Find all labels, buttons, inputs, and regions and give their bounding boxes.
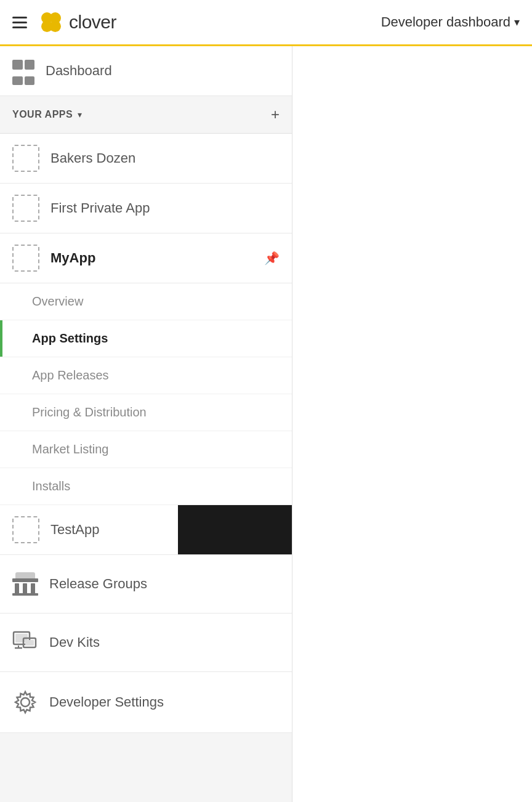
clover-logo: clover (38, 9, 116, 35)
svg-point-16 (21, 698, 30, 707)
header-left: clover (12, 9, 116, 35)
app-settings-label: App Settings (32, 331, 108, 345)
overview-label: Overview (32, 294, 83, 308)
dashboard-icon (12, 60, 34, 82)
submenu-pricing-distribution[interactable]: Pricing & Distribution (0, 394, 292, 431)
bakers-dozen-icon (12, 145, 39, 172)
content-area (292, 46, 532, 802)
header-right: Developer dashboard ▾ (381, 14, 520, 30)
submenu-overview[interactable]: Overview (0, 283, 292, 320)
first-private-app-icon (12, 195, 39, 222)
svg-rect-6 (23, 583, 27, 594)
svg-rect-5 (15, 583, 19, 594)
svg-point-3 (49, 20, 60, 31)
your-apps-header[interactable]: YOUR APPS ▾ + (0, 96, 292, 134)
sidebar-item-dev-kits[interactable]: Dev Kits (0, 614, 292, 672)
main-layout: Dashboard YOUR APPS ▾ + Bakers Dozen Fir… (0, 46, 532, 802)
release-groups-label: Release Groups (49, 576, 147, 592)
dev-kits-icon (12, 631, 38, 654)
sidebar-item-dashboard[interactable]: Dashboard (0, 46, 292, 96)
dashboard-chevron-icon[interactable]: ▾ (514, 15, 520, 29)
hamburger-icon[interactable] (12, 17, 27, 28)
sidebar-item-bakers-dozen[interactable]: Bakers Dozen (0, 134, 292, 184)
myapp-icon (12, 245, 39, 272)
market-listing-label: Market Listing (32, 442, 109, 456)
svg-rect-9 (15, 572, 35, 580)
release-groups-icon (12, 572, 38, 596)
developer-settings-icon (12, 689, 38, 715)
clover-brand-icon (38, 9, 64, 35)
your-apps-left: YOUR APPS ▾ (12, 109, 82, 120)
svg-rect-8 (12, 593, 38, 596)
svg-rect-13 (25, 640, 34, 646)
sidebar-item-myapp[interactable]: MyApp 📌 (0, 233, 292, 283)
pricing-distribution-label: Pricing & Distribution (32, 405, 147, 419)
add-app-button[interactable]: + (271, 106, 280, 123)
sidebar-item-developer-settings[interactable]: Developer Settings (0, 672, 292, 733)
testapp-black-overlay (178, 505, 292, 554)
dev-dashboard-label[interactable]: Developer dashboard (381, 14, 510, 30)
installs-label: Installs (32, 479, 70, 493)
sidebar-item-first-private-app[interactable]: First Private App (0, 184, 292, 233)
your-apps-label: YOUR APPS (12, 109, 73, 120)
header: clover Developer dashboard ▾ (0, 0, 532, 46)
developer-settings-label: Developer Settings (49, 694, 164, 710)
app-releases-label: App Releases (32, 368, 109, 382)
sidebar-item-release-groups[interactable]: Release Groups (0, 555, 292, 614)
myapp-name: MyApp (50, 250, 95, 266)
submenu-app-settings[interactable]: App Settings (0, 320, 292, 357)
submenu-market-listing[interactable]: Market Listing (0, 431, 292, 468)
submenu-app-releases[interactable]: App Releases (0, 357, 292, 394)
pin-icon[interactable]: 📌 (264, 251, 280, 265)
svg-rect-7 (31, 583, 35, 594)
first-private-app-name: First Private App (50, 200, 150, 216)
brand-name: clover (69, 12, 116, 33)
sidebar-item-testapp[interactable]: TestApp (0, 505, 292, 555)
dev-kits-label: Dev Kits (49, 634, 100, 650)
sidebar: Dashboard YOUR APPS ▾ + Bakers Dozen Fir… (0, 46, 292, 802)
testapp-icon (12, 516, 39, 543)
bakers-dozen-name: Bakers Dozen (50, 150, 135, 166)
testapp-name: TestApp (50, 522, 100, 538)
submenu-installs[interactable]: Installs (0, 468, 292, 505)
dashboard-label: Dashboard (46, 63, 112, 79)
your-apps-chevron-icon: ▾ (78, 110, 82, 119)
